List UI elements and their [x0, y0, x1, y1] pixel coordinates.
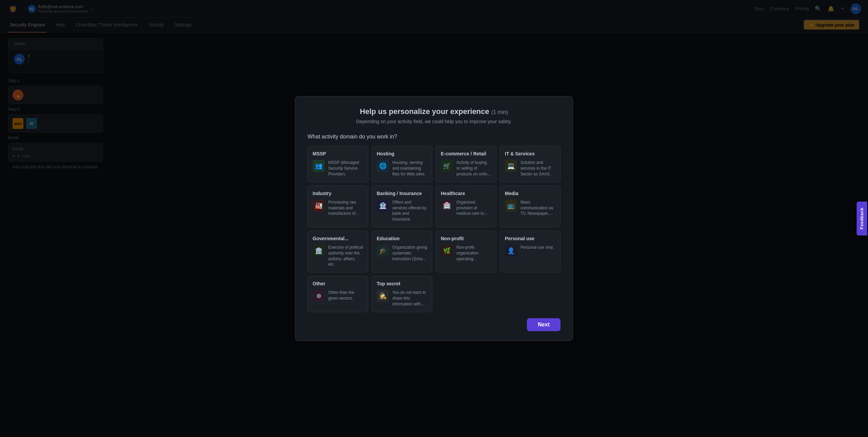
card-desc-healthcare: Organized provision of medical care to..…	[456, 200, 491, 216]
card-body-other: ⊕ Other than the given sectors.	[313, 290, 363, 302]
card-title-personal: Personal use	[505, 236, 555, 241]
modal-title: Help us personalize your experience (1 m…	[308, 107, 560, 116]
domain-card-banking[interactable]: Banking / Insurance 🏦 Offers and service…	[372, 186, 432, 227]
card-body-topsecret: 🕵️ You do not want to share this informa…	[377, 290, 427, 307]
domain-card-it[interactable]: IT & Services 💻 Solution and services in…	[500, 146, 560, 182]
mssp-icon: 👥	[313, 160, 325, 172]
card-title-nonprofit: Non-profit	[441, 236, 491, 241]
personalize-modal: Help us personalize your experience (1 m…	[295, 96, 573, 341]
it-icon: 💻	[505, 160, 517, 172]
card-body-media: 📺 Mass communication as TV, Newspaper,..…	[505, 200, 555, 216]
nonprofit-icon: 🌿	[441, 245, 453, 257]
domain-cards-row4: Other ⊕ Other than the given sectors. To…	[308, 276, 560, 312]
card-desc-governmental: Exercise of political authority over the…	[328, 245, 363, 267]
card-body-hosting: 🌐 Housing, serving and maintaining files…	[377, 160, 427, 177]
education-icon: 🎓	[377, 245, 389, 257]
next-button[interactable]: Next	[527, 318, 560, 331]
banking-icon: 🏦	[377, 200, 389, 212]
other-icon: ⊕	[313, 290, 325, 302]
media-icon: 📺	[505, 200, 517, 212]
domain-card-other[interactable]: Other ⊕ Other than the given sectors.	[308, 276, 368, 312]
card-desc-mssp: MSSP (Managed Security Service Provider)…	[328, 160, 363, 177]
card-body-personal: 👤 Personal use only.	[505, 245, 555, 257]
card-body-education: 🎓 Organization giving systematic instruc…	[377, 245, 427, 262]
feedback-tab[interactable]: Feedback	[857, 202, 867, 235]
domain-card-media[interactable]: Media 📺 Mass communication as TV, Newspa…	[500, 186, 560, 227]
domain-cards-row1: MSSP 👥 MSSP (Managed Security Service Pr…	[308, 146, 560, 182]
card-desc-nonprofit: Non-profit organization operating...	[456, 245, 491, 262]
card-title-hosting: Hosting	[377, 151, 427, 156]
card-title-banking: Banking / Insurance	[377, 191, 427, 196]
card-body-it: 💻 Solution and services in the IT Sector…	[505, 160, 555, 177]
personal-icon: 👤	[505, 245, 517, 257]
domain-card-ecommerce[interactable]: E-commerce / Retail 🛒 Activity of buying…	[436, 146, 496, 182]
card-desc-personal: Personal use only.	[520, 245, 554, 250]
domain-card-governmental[interactable]: Governmental... 🏛️ Exercise of political…	[308, 231, 368, 272]
modal-subtitle: Depending on your activity field, we cou…	[308, 119, 560, 124]
card-desc-it: Solution and services in the IT Sector a…	[520, 160, 555, 177]
ecommerce-icon: 🛒	[441, 160, 453, 172]
card-body-governmental: 🏛️ Exercise of political authority over …	[313, 245, 363, 267]
hosting-icon: 🌐	[377, 160, 389, 172]
card-body-mssp: 👥 MSSP (Managed Security Service Provide…	[313, 160, 363, 177]
card-title-media: Media	[505, 191, 555, 196]
card-title-mssp: MSSP	[313, 151, 363, 156]
card-body-industry: 🏭 Processing raw materials and manufactu…	[313, 200, 363, 216]
domain-cards-row2: Industry 🏭 Processing raw materials and …	[308, 186, 560, 227]
domain-card-education[interactable]: Education 🎓 Organization giving systemat…	[372, 231, 432, 272]
domain-card-industry[interactable]: Industry 🏭 Processing raw materials and …	[308, 186, 368, 227]
modal-overlay: Help us personalize your experience (1 m…	[0, 0, 868, 437]
card-desc-other: Other than the given sectors.	[328, 290, 363, 301]
domain-card-hosting[interactable]: Hosting 🌐 Housing, serving and maintaini…	[372, 146, 432, 182]
card-title-it: IT & Services	[505, 151, 555, 156]
card-title-topsecret: Top secret	[377, 281, 427, 286]
card-desc-media: Mass communication as TV, Newspaper,...	[520, 200, 555, 216]
card-desc-education: Organization giving systematic instructi…	[392, 245, 427, 262]
card-desc-ecommerce: Activity of buying or selling of product…	[456, 160, 491, 177]
card-body-banking: 🏦 Offers and services offered by bank an…	[377, 200, 427, 222]
domain-card-nonprofit[interactable]: Non-profit 🌿 Non-profit organization ope…	[436, 231, 496, 272]
domain-card-mssp[interactable]: MSSP 👥 MSSP (Managed Security Service Pr…	[308, 146, 368, 182]
card-title-ecommerce: E-commerce / Retail	[441, 151, 491, 156]
governmental-icon: 🏛️	[313, 245, 325, 257]
domain-card-topsecret[interactable]: Top secret 🕵️ You do not want to share t…	[372, 276, 432, 312]
time-badge: (1 min)	[491, 109, 508, 115]
card-title-industry: Industry	[313, 191, 363, 196]
card-body-healthcare: 🏥 Organized provision of medical care to…	[441, 200, 491, 216]
card-title-education: Education	[377, 236, 427, 241]
card-desc-industry: Processing raw materials and manufacture…	[328, 200, 363, 216]
domain-cards-row3: Governmental... 🏛️ Exercise of political…	[308, 231, 560, 272]
industry-icon: 🏭	[313, 200, 325, 212]
domain-card-personal[interactable]: Personal use 👤 Personal use only.	[500, 231, 560, 272]
card-body-nonprofit: 🌿 Non-profit organization operating...	[441, 245, 491, 262]
card-desc-hosting: Housing, serving and maintaining files f…	[392, 160, 427, 177]
topsecret-icon: 🕵️	[377, 290, 389, 302]
modal-footer: Next	[308, 318, 560, 331]
domain-card-healthcare[interactable]: Healthcare 🏥 Organized provision of medi…	[436, 186, 496, 227]
card-title-healthcare: Healthcare	[441, 191, 491, 196]
card-desc-topsecret: You do not want to share this informatio…	[392, 290, 427, 307]
card-desc-banking: Offers and services offered by bank and …	[392, 200, 427, 222]
card-title-governmental: Governmental...	[313, 236, 363, 241]
modal-question: What activity domain do you work in?	[308, 134, 560, 140]
card-title-other: Other	[313, 281, 363, 286]
card-body-ecommerce: 🛒 Activity of buying or selling of produ…	[441, 160, 491, 177]
healthcare-icon: 🏥	[441, 200, 453, 212]
